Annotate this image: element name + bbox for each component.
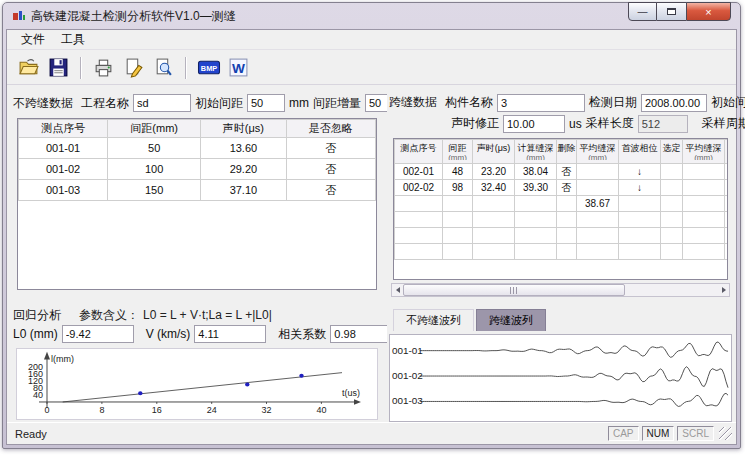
table-cell[interactable]: 001-01: [19, 138, 108, 159]
horizontal-scrollbar[interactable]: [391, 283, 730, 297]
table-cell[interactable]: 001-03: [19, 180, 108, 201]
table-row[interactable]: 001-015013.60否: [19, 138, 376, 159]
tab-no-cross-joint-waves[interactable]: 不跨缝波列: [393, 309, 474, 331]
table-cell[interactable]: [619, 228, 661, 244]
table-cell[interactable]: 150: [108, 180, 201, 201]
table-cell[interactable]: [395, 244, 443, 260]
table-row[interactable]: 001-0210029.20否: [19, 159, 376, 180]
table-cell[interactable]: 29.20: [201, 159, 287, 180]
table-cell[interactable]: [577, 164, 619, 180]
maximize-button[interactable]: [657, 2, 686, 21]
save-button[interactable]: [45, 55, 72, 81]
table-row[interactable]: 001-0315037.10否: [19, 180, 376, 201]
export-bmp-button[interactable]: BMP: [195, 55, 222, 81]
table-cell[interactable]: [725, 228, 729, 244]
print-setup-button[interactable]: [120, 55, 147, 81]
menu-tools[interactable]: 工具: [53, 29, 93, 50]
table-cell[interactable]: [661, 228, 683, 244]
table-cell[interactable]: [515, 196, 557, 212]
table-cell[interactable]: [661, 164, 683, 180]
scroll-left-arrow[interactable]: [392, 284, 403, 296]
menu-file[interactable]: 文件: [13, 29, 53, 50]
table-row[interactable]: [395, 212, 729, 228]
table-cell[interactable]: 50: [108, 138, 201, 159]
table-cell[interactable]: [683, 244, 725, 260]
table-cell[interactable]: [683, 196, 725, 212]
table-cell[interactable]: 37.10: [201, 180, 287, 201]
table-row[interactable]: [395, 244, 729, 260]
table-cell[interactable]: 23.20: [473, 164, 515, 180]
table-cell[interactable]: 98: [443, 180, 473, 196]
table-cell[interactable]: [661, 212, 683, 228]
table-row[interactable]: 002-014823.2038.04否↓: [395, 164, 729, 180]
table-cell[interactable]: [619, 212, 661, 228]
table-cell[interactable]: [515, 244, 557, 260]
table-cell[interactable]: [661, 244, 683, 260]
table-cell[interactable]: 32.40: [473, 180, 515, 196]
table-cell[interactable]: [683, 228, 725, 244]
table-cell[interactable]: [725, 180, 729, 196]
test-date-input[interactable]: [641, 94, 707, 112]
table-cell[interactable]: 38.04: [515, 164, 557, 180]
table-cell[interactable]: [473, 244, 515, 260]
export-word-button[interactable]: W: [225, 55, 252, 81]
project-name-input[interactable]: [133, 94, 191, 112]
table-cell[interactable]: 001-02: [19, 159, 108, 180]
table-cell[interactable]: [577, 244, 619, 260]
table-cell[interactable]: [557, 196, 577, 212]
table-cell[interactable]: [577, 228, 619, 244]
scroll-right-arrow[interactable]: [718, 284, 729, 296]
table-cell[interactable]: [683, 164, 725, 180]
table-cell[interactable]: [443, 228, 473, 244]
initial-spacing-input[interactable]: [247, 94, 285, 112]
table-cell[interactable]: ↓: [619, 180, 661, 196]
minimize-button[interactable]: —: [628, 2, 657, 21]
table-cell[interactable]: [395, 196, 443, 212]
component-name-input[interactable]: [497, 94, 585, 112]
table-cell[interactable]: 002-02: [395, 180, 443, 196]
table-cell[interactable]: [443, 196, 473, 212]
table-cell[interactable]: 38.67: [577, 196, 619, 212]
velocity-input[interactable]: [194, 325, 266, 343]
table-cell[interactable]: 否: [557, 180, 577, 196]
table-row[interactable]: [395, 228, 729, 244]
table-cell[interactable]: [683, 212, 725, 228]
table-cell[interactable]: [395, 228, 443, 244]
table-cell[interactable]: 48: [443, 164, 473, 180]
table-cell[interactable]: [661, 196, 683, 212]
table-cell[interactable]: 否: [286, 138, 375, 159]
table-cell[interactable]: [443, 212, 473, 228]
l0-input[interactable]: [62, 325, 134, 343]
print-preview-button[interactable]: [150, 55, 177, 81]
title-bar[interactable]: 高铁建混凝土检测分析软件V1.0—测缝 — ×: [3, 3, 740, 29]
table-cell[interactable]: [619, 196, 661, 212]
tab-cross-joint-waves[interactable]: 跨缝波列: [476, 309, 546, 331]
table-cell[interactable]: [515, 212, 557, 228]
table-cell[interactable]: [473, 228, 515, 244]
table-cell[interactable]: [443, 244, 473, 260]
table-row[interactable]: 002-029832.4039.30否↓: [395, 180, 729, 196]
table-cell[interactable]: [557, 212, 577, 228]
table-cell[interactable]: [515, 228, 557, 244]
resize-grip[interactable]: [719, 427, 732, 440]
table-cell[interactable]: [577, 180, 619, 196]
table-cell[interactable]: ↓: [619, 164, 661, 180]
table-cell[interactable]: 100: [108, 159, 201, 180]
table-cell[interactable]: [473, 212, 515, 228]
table-cell[interactable]: [557, 244, 577, 260]
table-cell[interactable]: [725, 212, 729, 228]
table-row[interactable]: 38.67: [395, 196, 729, 212]
table-cell[interactable]: [661, 180, 683, 196]
table-cell[interactable]: 否: [557, 164, 577, 180]
print-button[interactable]: [90, 55, 117, 81]
table-cell[interactable]: [683, 180, 725, 196]
table-cell[interactable]: [577, 212, 619, 228]
table-cell[interactable]: 39.30: [515, 180, 557, 196]
table-cell[interactable]: 13.60: [201, 138, 287, 159]
scrollbar-thumb[interactable]: [403, 284, 625, 296]
table-cell[interactable]: [557, 228, 577, 244]
table-cell[interactable]: 否: [286, 180, 375, 201]
open-button[interactable]: [15, 55, 42, 81]
table-cell[interactable]: [619, 244, 661, 260]
table-cell[interactable]: [725, 196, 729, 212]
